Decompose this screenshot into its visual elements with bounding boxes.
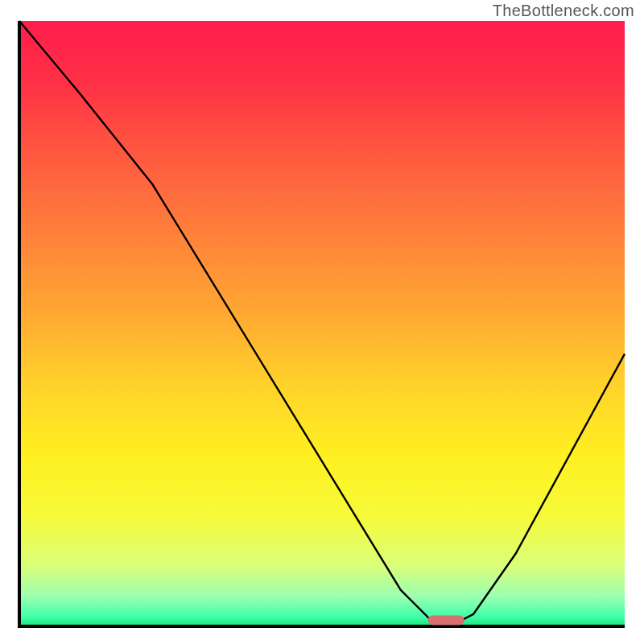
plot-background [19, 21, 625, 626]
optimal-marker [428, 615, 464, 625]
chart-frame: TheBottleneck.com [0, 0, 644, 644]
bottleneck-chart [0, 0, 644, 644]
watermark-text: TheBottleneck.com [493, 2, 634, 20]
